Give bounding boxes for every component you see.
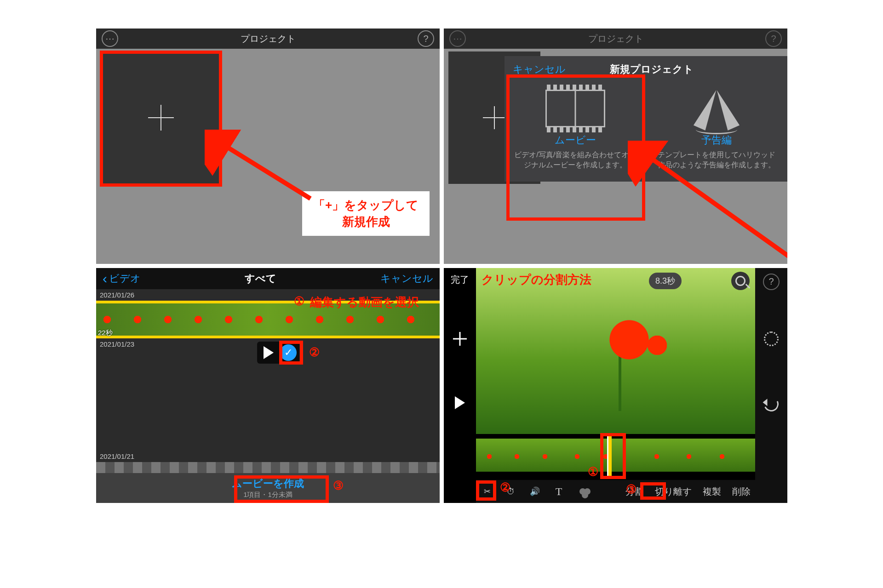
page-title: プロジェクト bbox=[118, 33, 418, 45]
annotation-heading: クリップの分割方法 bbox=[482, 272, 591, 288]
done-button[interactable]: 完了 bbox=[451, 274, 469, 286]
editor-main: 8.3秒 クリップの分割方法 ① ✂ ⏱ 🔊 T 分割 切り離す bbox=[476, 268, 755, 503]
annotation-number: ② bbox=[309, 345, 320, 360]
svg-line-3 bbox=[639, 150, 787, 258]
text-icon[interactable]: T bbox=[552, 485, 565, 498]
preview-area[interactable]: 8.3秒 クリップの分割方法 bbox=[476, 268, 755, 434]
picker-title: すべて bbox=[245, 272, 276, 285]
annotation-text: 「+」をタップして 新規作成 bbox=[302, 191, 430, 236]
panel-project-list: ⋯ プロジェクト ? 「+」をタップして 新規作成 bbox=[96, 29, 440, 264]
zoom-icon[interactable] bbox=[731, 272, 750, 290]
annotation-number: ② bbox=[500, 480, 510, 495]
play-icon bbox=[264, 346, 274, 359]
page-title: プロジェクト bbox=[466, 33, 765, 45]
plus-icon bbox=[483, 106, 506, 129]
back-button[interactable]: ‹ビデオ bbox=[103, 271, 141, 286]
panel-video-picker: ‹ビデオ すべて キャンセル 2021/01/26 22秒 2021/01/23… bbox=[96, 268, 440, 503]
editor-sidebar-left: 完了 bbox=[444, 268, 476, 503]
picker-header: ‹ビデオ すべて キャンセル bbox=[96, 268, 440, 289]
annotation-highlight bbox=[476, 480, 496, 501]
topbar: ⋯ プロジェクト ? bbox=[96, 29, 440, 49]
annotation-highlight bbox=[640, 482, 666, 500]
back-label: ビデオ bbox=[109, 272, 141, 285]
delete-button[interactable]: 削除 bbox=[732, 485, 751, 498]
cancel-button[interactable]: キャンセル bbox=[380, 272, 433, 285]
editor-toolbar: ✂ ⏱ 🔊 T 分割 切り離す 複製 削除 bbox=[476, 480, 755, 503]
annotation-number: ① bbox=[588, 465, 598, 479]
filters-icon[interactable] bbox=[576, 485, 589, 498]
more-icon: ⋯ bbox=[449, 30, 466, 47]
annotation-highlight bbox=[506, 74, 645, 221]
clip-strip[interactable] bbox=[96, 462, 440, 473]
topbar: ⋯ プロジェクト ? bbox=[444, 29, 787, 49]
volume-icon[interactable]: 🔊 bbox=[528, 485, 541, 498]
arrow-annotation bbox=[205, 130, 315, 208]
timeline[interactable]: ① bbox=[476, 434, 755, 480]
date-header: 2021/01/21 bbox=[96, 451, 440, 462]
add-media-icon[interactable] bbox=[453, 332, 467, 346]
annotation-number: ③ bbox=[626, 482, 636, 497]
arrow-annotation bbox=[628, 141, 787, 264]
undo-icon[interactable] bbox=[762, 394, 780, 413]
panel-new-project-sheet: ⋯ プロジェクト ? キャンセル 新規プロジェクト ムービー ビデオ/写真/音楽… bbox=[444, 29, 787, 264]
play-icon[interactable] bbox=[455, 396, 465, 409]
annotation-highlight bbox=[279, 341, 303, 365]
spotlight-icon bbox=[691, 86, 742, 131]
chevron-left-icon: ‹ bbox=[103, 271, 107, 286]
more-icon[interactable]: ⋯ bbox=[102, 30, 118, 47]
help-icon[interactable]: ? bbox=[418, 30, 434, 47]
annotation-highlight bbox=[100, 51, 222, 187]
annotation-highlight bbox=[234, 475, 329, 503]
svg-line-1 bbox=[214, 139, 310, 199]
settings-icon[interactable] bbox=[764, 331, 779, 346]
annotation-number: ③ bbox=[333, 479, 344, 493]
panel-editor: 完了 8.3秒 クリップの分割方法 ① bbox=[444, 268, 787, 503]
help-icon[interactable]: ? bbox=[763, 274, 780, 290]
editor-sidebar-right: ? bbox=[755, 268, 787, 503]
clip-duration: 22秒 bbox=[98, 329, 113, 337]
annotation-highlight bbox=[600, 433, 626, 479]
duplicate-button[interactable]: 複製 bbox=[703, 485, 721, 498]
annotation-text: 編集する動画を選択 bbox=[310, 294, 419, 310]
help-icon: ? bbox=[765, 30, 782, 47]
annotation-number: ① bbox=[294, 294, 304, 308]
clip-duration-badge: 8.3秒 bbox=[649, 273, 682, 289]
